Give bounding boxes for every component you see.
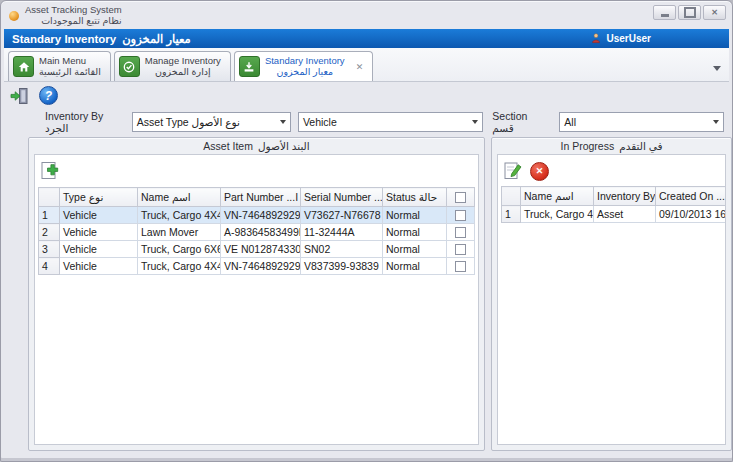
tab-manage-inventory[interactable]: Manage Inventory إدارة المخزون bbox=[114, 51, 231, 81]
home-icon bbox=[13, 56, 34, 77]
cell-name: Truck, Cargo 4X4 1/... bbox=[138, 207, 221, 224]
table-row[interactable]: 1Truck, Cargo 4X4 ...Asset09/10/2013 16:… bbox=[502, 206, 727, 223]
select-all-checkbox[interactable] bbox=[455, 192, 466, 203]
edit-button[interactable] bbox=[503, 161, 523, 181]
row-checkbox[interactable] bbox=[455, 227, 466, 238]
row-checkbox[interactable] bbox=[455, 244, 466, 255]
inventory-by-dropdown[interactable]: Asset Type نوع الأصول bbox=[132, 112, 291, 132]
inventory-icon bbox=[239, 56, 260, 77]
cell-select bbox=[447, 241, 475, 258]
asset-type-dropdown[interactable]: Vehicle bbox=[298, 112, 483, 132]
cell-type: Vehicle bbox=[60, 241, 138, 258]
row-number: 3 bbox=[39, 241, 60, 258]
toolbar bbox=[1, 82, 732, 108]
cell-serial: SN02 bbox=[301, 241, 383, 258]
label-ar: رقم ا... bbox=[286, 191, 300, 203]
cell-created_on: 09/10/2013 16:55 bbox=[656, 206, 727, 223]
label-ar: اسم bbox=[555, 190, 574, 202]
tab-standary-inventory[interactable]: Standary Inventory معيار المخزون bbox=[234, 51, 373, 81]
main-area: Asset Itemالبند الأصول bbox=[1, 135, 732, 461]
asset-item-panel-body: Type نوعName اسمPart Number رقم ا...Seri… bbox=[34, 154, 479, 445]
column-header-select[interactable] bbox=[447, 188, 475, 207]
label-en: Part Number bbox=[224, 191, 284, 203]
app-title-en: Asset Tracking System bbox=[25, 4, 122, 15]
user-box[interactable]: UserUser bbox=[590, 32, 651, 45]
column-header-inventory-by[interactable]: Inventory By الجرد bbox=[594, 187, 656, 206]
app-title-ar: نظام تتبع الموجودات bbox=[25, 16, 122, 27]
minimize-button[interactable] bbox=[653, 5, 676, 20]
inventory-by-label: Inventory By الجرد bbox=[45, 110, 125, 134]
cell-type: Vehicle bbox=[60, 258, 138, 275]
row-indicator-header bbox=[502, 187, 521, 206]
column-header-name[interactable]: Name اسم bbox=[521, 187, 594, 206]
row-checkbox[interactable] bbox=[455, 210, 466, 221]
cell-part: VN-74648929298 bbox=[221, 258, 301, 275]
close-button[interactable] bbox=[703, 5, 726, 20]
chevron-down-icon bbox=[280, 120, 286, 124]
in-progress-panel-title: In Progressفي التقدم bbox=[492, 138, 731, 153]
label-ar: تم إن... bbox=[716, 190, 726, 202]
filter-row: Inventory By الجرد Asset Type نوع الأصول… bbox=[1, 108, 732, 135]
cell-select bbox=[447, 207, 475, 224]
chevron-down-icon bbox=[472, 120, 478, 124]
user-name: UserUser bbox=[607, 33, 651, 44]
column-header-part-number[interactable]: Part Number رقم ا... bbox=[221, 188, 301, 207]
check-icon bbox=[119, 56, 140, 77]
cell-serial: V73627-N76678 bbox=[301, 207, 383, 224]
tab-overflow-arrow-icon[interactable] bbox=[713, 66, 721, 71]
cell-select bbox=[447, 224, 475, 241]
asset-item-panel-title: Asset Itemالبند الأصول bbox=[29, 138, 484, 153]
add-asset-button[interactable] bbox=[40, 161, 64, 182]
label-ar: حالة bbox=[419, 191, 438, 203]
add-icon bbox=[40, 161, 64, 182]
user-icon bbox=[590, 32, 602, 45]
label-ar: اسم bbox=[172, 191, 191, 203]
tab-label: Standary Inventory معيار المخزون bbox=[265, 56, 345, 77]
column-header-status[interactable]: Status حالة bbox=[383, 188, 447, 207]
label-en: Created On bbox=[659, 190, 713, 202]
row-number: 1 bbox=[39, 207, 60, 224]
column-header-serial-number[interactable]: Serial Number رقم... bbox=[301, 188, 383, 207]
table-row[interactable]: 4VehicleTruck, Cargo 4X4 1/...VN-7464892… bbox=[39, 258, 475, 275]
tab-label: Main Menu القائمة الرئيسية bbox=[39, 56, 101, 77]
cell-status: Normal bbox=[383, 258, 447, 275]
help-button[interactable] bbox=[39, 86, 58, 105]
cell-name: Lawn Mover bbox=[138, 224, 221, 241]
cell-type: Vehicle bbox=[60, 207, 138, 224]
column-header-type[interactable]: Type نوع bbox=[60, 188, 138, 207]
label-en: Inventory By bbox=[597, 190, 655, 202]
cell-status: Normal bbox=[383, 207, 447, 224]
app-window: Asset Tracking System نظام تتبع الموجودا… bbox=[0, 0, 733, 462]
cell-name: Truck, Cargo 4X4 ... bbox=[521, 206, 594, 223]
label-en: Name bbox=[141, 191, 169, 203]
in-progress-table: Name اسمInventory By الجردCreated On تم … bbox=[501, 186, 726, 223]
label-en: Name bbox=[524, 190, 552, 202]
row-checkbox[interactable] bbox=[455, 261, 466, 272]
column-header-created-on[interactable]: Created On تم إن... bbox=[656, 187, 727, 206]
tab-close-icon[interactable] bbox=[356, 62, 364, 72]
column-header-name[interactable]: Name اسم bbox=[138, 188, 221, 207]
tab-label: Manage Inventory إدارة المخزون bbox=[145, 56, 221, 77]
cell-name: Truck, Cargo 6X6 5 ... bbox=[138, 241, 221, 258]
label-en: Serial Number bbox=[304, 191, 371, 203]
section-dropdown[interactable]: All bbox=[559, 112, 724, 132]
chevron-down-icon bbox=[713, 120, 719, 124]
app-title: Asset Tracking System نظام تتبع الموجودا… bbox=[25, 5, 122, 26]
cell-status: Normal bbox=[383, 224, 447, 241]
asset-table: Type نوعName اسمPart Number رقم ا...Seri… bbox=[38, 187, 475, 275]
page-title-en: Standary Inventory bbox=[12, 33, 116, 45]
row-indicator-header bbox=[39, 188, 60, 207]
table-row[interactable]: 3VehicleTruck, Cargo 6X6 5 ...VE N012874… bbox=[39, 241, 475, 258]
header-bar: Standary Inventoryمعيار المخزون UserUser bbox=[4, 29, 729, 48]
page-title-ar: معيار المخزون bbox=[122, 33, 191, 45]
cell-status: Normal bbox=[383, 241, 447, 258]
delete-button[interactable] bbox=[530, 162, 549, 181]
tab-main-menu[interactable]: Main Menu القائمة الرئيسية bbox=[8, 51, 111, 81]
app-icon bbox=[9, 11, 19, 21]
titlebar: Asset Tracking System نظام تتبع الموجودا… bbox=[1, 1, 732, 28]
table-row[interactable]: 2VehicleLawn MoverA-98364583499H11-32444… bbox=[39, 224, 475, 241]
exit-button[interactable] bbox=[9, 86, 30, 106]
table-row[interactable]: 1VehicleTruck, Cargo 4X4 1/...VN-7464892… bbox=[39, 207, 475, 224]
exit-icon bbox=[9, 86, 30, 106]
maximize-button[interactable] bbox=[678, 5, 701, 20]
